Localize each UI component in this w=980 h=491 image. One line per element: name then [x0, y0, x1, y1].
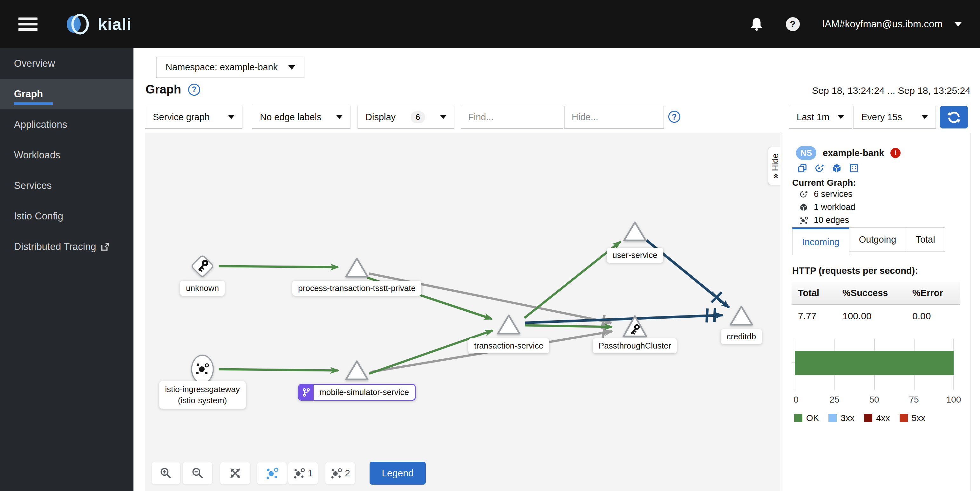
main-content: Namespace: example-bank Graph ? Sep 18, …: [134, 48, 980, 491]
display-dropdown[interactable]: Display 6: [358, 106, 454, 129]
traffic-tabs: Incoming Outgoing Total: [792, 227, 945, 255]
workloads-link-icon[interactable]: [832, 163, 842, 175]
sidebar-item-graph[interactable]: Graph: [0, 79, 134, 109]
graph-edges: [145, 133, 780, 491]
label-mobile-simulator-service[interactable]: mobile-simulator-service: [298, 384, 416, 401]
summary-panel: NS example-bank !: [781, 133, 970, 491]
edge-labels-dropdown[interactable]: No edge labels: [252, 106, 350, 129]
label-transaction-service[interactable]: transaction-service: [468, 338, 549, 353]
tab-incoming[interactable]: Incoming: [792, 227, 850, 255]
chart-x-axis: 0 25 50 75 100: [795, 395, 960, 405]
node-unknown[interactable]: [189, 253, 216, 279]
sidebar-item-distributed-tracing[interactable]: Distributed Tracing: [0, 231, 134, 262]
chevron-down-icon: [228, 115, 234, 119]
zoom-out-button[interactable]: [182, 462, 213, 485]
stat-workloads: 1 workload: [799, 202, 856, 212]
tab-total[interactable]: Total: [906, 227, 945, 252]
node-user-service[interactable]: [621, 220, 649, 243]
external-link-icon: [100, 242, 110, 252]
chevron-down-icon: [838, 115, 844, 119]
sidebar-item-overview[interactable]: Overview: [0, 48, 134, 79]
hide-input[interactable]: [564, 106, 664, 129]
legend-3xx-swatch: [829, 414, 837, 422]
chevron-down-icon: [955, 22, 962, 26]
kiali-logo-icon: [64, 10, 94, 38]
applications-link-icon[interactable]: [797, 163, 807, 175]
topology-icon-active: [265, 467, 279, 480]
page-title: Graph ?: [146, 83, 200, 96]
chevron-down-icon: [288, 65, 295, 70]
active-indicator: [14, 102, 53, 105]
namespace-error-icon[interactable]: !: [890, 148, 900, 158]
duration-dropdown[interactable]: Last 1m: [789, 106, 852, 129]
layout-1-button[interactable]: 1: [288, 462, 318, 485]
namespace-badge: NS: [796, 146, 816, 160]
legend-button[interactable]: Legend: [369, 462, 426, 485]
node-mobile-simulator-service[interactable]: [343, 359, 371, 382]
stat-edges: 10 edges: [799, 215, 849, 225]
sidebar: Overview Graph Applications Workloads Se…: [0, 48, 134, 491]
sidebar-item-services[interactable]: Services: [0, 171, 134, 201]
node-process-transaction[interactable]: [343, 256, 371, 279]
zoom-in-button[interactable]: [151, 462, 180, 485]
user-menu[interactable]: IAM#koyfman@us.ibm.com: [822, 18, 962, 30]
zoom-in-icon: [159, 467, 173, 480]
topology-icon: [293, 467, 305, 479]
node-istio-ingressgateway[interactable]: [190, 354, 215, 384]
stat-services: 6 services: [799, 189, 853, 199]
layout-2-button[interactable]: 2: [325, 462, 355, 485]
kiali-app: kiali ? IAM#koyfman@us.ibm.com Overview …: [0, 0, 980, 491]
table-row: 7.77 100.00 0.00: [792, 305, 960, 327]
refresh-button[interactable]: [940, 106, 968, 129]
kiosk-link-icon[interactable]: [849, 163, 859, 175]
expand-arrows-icon: [229, 467, 242, 480]
label-creditdb[interactable]: creditdb: [721, 329, 762, 344]
fit-to-screen-button[interactable]: [220, 462, 250, 485]
user-email: IAM#koyfman@us.ibm.com: [822, 18, 942, 30]
top-navbar: kiali ? IAM#koyfman@us.ibm.com: [0, 0, 980, 48]
time-range-label: Sep 18, 13:24:24 ... Sep 18, 13:25:24: [812, 85, 970, 96]
summary-panel-collapse-tab[interactable]: » Hide: [768, 147, 780, 185]
label-unknown[interactable]: unknown: [180, 281, 225, 296]
graph-canvas[interactable]: unknown process-transaction-tsstt-privat…: [145, 133, 780, 491]
label-user-service[interactable]: user-service: [607, 248, 663, 263]
ok-bar: [795, 351, 954, 375]
topology-icon: [799, 216, 808, 225]
tab-outgoing[interactable]: Outgoing: [850, 227, 906, 252]
graph-controls: 1 2 Legend: [145, 462, 780, 485]
virtual-service-badge: [299, 385, 313, 400]
service-icon: [799, 190, 808, 199]
zoom-out-icon: [191, 467, 204, 480]
find-input[interactable]: [461, 106, 563, 129]
label-passthrough-cluster[interactable]: PassthroughCluster: [593, 338, 677, 353]
find-hide-help-icon[interactable]: ?: [668, 111, 680, 123]
legend-4xx-swatch: [864, 414, 872, 422]
http-rate-title: HTTP (requests per second):: [792, 266, 918, 276]
sidebar-item-istio-config[interactable]: Istio Config: [0, 201, 134, 231]
graph-help-icon[interactable]: ?: [188, 84, 200, 96]
label-process-transaction[interactable]: process-transaction-tsstt-private: [292, 281, 422, 296]
node-creditdb[interactable]: [728, 304, 755, 328]
topology-icon: [330, 467, 342, 479]
chevron-down-icon: [440, 115, 447, 119]
refresh-interval-dropdown[interactable]: Every 15s: [853, 106, 936, 129]
help-icon[interactable]: ?: [786, 17, 800, 31]
legend-ok-swatch: [794, 414, 802, 422]
notifications-bell-icon[interactable]: [749, 16, 764, 32]
nav-toggle-button[interactable]: [18, 18, 38, 31]
label-istio-ingressgateway[interactable]: istio-ingressgateway (istio-system): [159, 381, 246, 409]
chevron-down-icon: [921, 115, 928, 119]
sidebar-item-applications[interactable]: Applications: [0, 109, 134, 140]
namespace-name[interactable]: example-bank: [823, 148, 884, 158]
workload-icon: [799, 203, 808, 212]
services-link-icon[interactable]: [815, 163, 825, 175]
layout-default-button[interactable]: [257, 462, 287, 485]
graph-type-dropdown[interactable]: Service graph: [145, 106, 242, 129]
namespace-selector[interactable]: Namespace: example-bank: [156, 57, 304, 78]
node-transaction-service[interactable]: [495, 313, 522, 336]
node-passthrough-cluster[interactable]: [621, 314, 649, 339]
double-chevron-icon: »: [770, 174, 780, 179]
code-branch-icon: [302, 387, 311, 397]
sidebar-item-workloads[interactable]: Workloads: [0, 140, 134, 171]
http-rate-table: Total %Success %Error 7.77 100.00 0.00: [792, 282, 960, 327]
